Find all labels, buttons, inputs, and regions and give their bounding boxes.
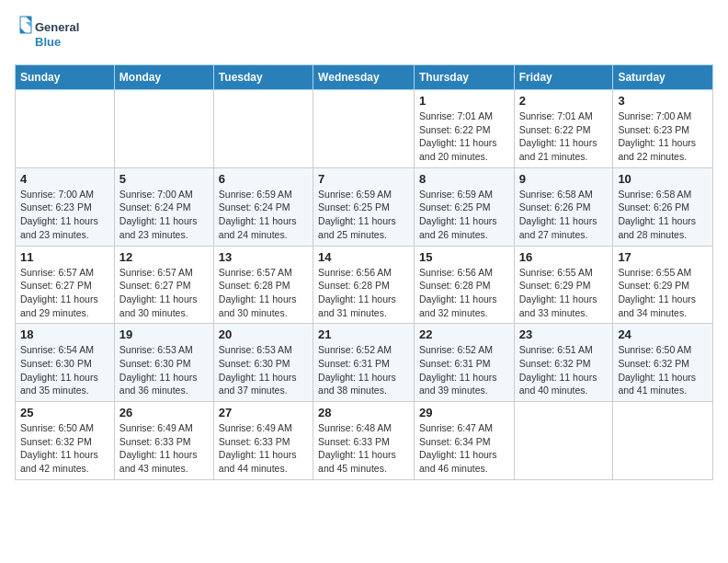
day-number: 25: [20, 406, 109, 419]
day-number: 1: [419, 94, 509, 108]
calendar-week-row: 18Sunrise: 6:54 AM Sunset: 6:30 PM Dayli…: [16, 324, 713, 402]
day-info: Sunrise: 7:01 AM Sunset: 6:22 PM Dayligh…: [519, 109, 609, 164]
calendar-cell: 22Sunrise: 6:52 AM Sunset: 6:31 PM Dayli…: [414, 324, 514, 402]
weekday-header-tuesday: Tuesday: [213, 65, 313, 90]
weekday-header-thursday: Thursday: [414, 65, 514, 90]
day-number: 22: [419, 327, 509, 341]
day-number: 27: [219, 406, 308, 419]
day-info: Sunrise: 6:57 AM Sunset: 6:28 PM Dayligh…: [219, 266, 308, 320]
calendar-table: SundayMondayTuesdayWednesdayThursdayFrid…: [15, 64, 713, 480]
day-number: 16: [519, 250, 609, 264]
calendar-cell: 10Sunrise: 6:58 AM Sunset: 6:26 PM Dayli…: [613, 167, 713, 246]
calendar-cell: [514, 402, 613, 480]
day-info: Sunrise: 6:56 AM Sunset: 6:28 PM Dayligh…: [318, 266, 409, 320]
day-info: Sunrise: 6:48 AM Sunset: 6:33 PM Dayligh…: [318, 421, 409, 476]
logo: General Blue: [15, 15, 88, 55]
page-header: General Blue: [15, 15, 713, 55]
day-number: 29: [419, 406, 509, 419]
day-info: Sunrise: 6:50 AM Sunset: 6:32 PM Dayligh…: [618, 343, 708, 397]
day-info: Sunrise: 6:59 AM Sunset: 6:25 PM Dayligh…: [419, 188, 509, 242]
calendar-cell: 19Sunrise: 6:53 AM Sunset: 6:30 PM Dayli…: [114, 324, 213, 402]
weekday-header-wednesday: Wednesday: [313, 65, 415, 90]
calendar-cell: 1Sunrise: 7:01 AM Sunset: 6:22 PM Daylig…: [414, 90, 514, 168]
day-info: Sunrise: 7:00 AM Sunset: 6:24 PM Dayligh…: [119, 188, 209, 242]
day-info: Sunrise: 6:52 AM Sunset: 6:31 PM Dayligh…: [318, 343, 409, 397]
day-number: 13: [219, 250, 308, 264]
day-info: Sunrise: 6:52 AM Sunset: 6:31 PM Dayligh…: [419, 343, 509, 397]
calendar-cell: 7Sunrise: 6:59 AM Sunset: 6:25 PM Daylig…: [313, 167, 415, 246]
day-info: Sunrise: 6:59 AM Sunset: 6:25 PM Dayligh…: [318, 188, 409, 242]
weekday-header-friday: Friday: [514, 65, 613, 90]
svg-text:General: General: [35, 20, 79, 34]
calendar-cell: 18Sunrise: 6:54 AM Sunset: 6:30 PM Dayli…: [16, 324, 115, 402]
weekday-header-saturday: Saturday: [613, 65, 713, 90]
weekday-header-monday: Monday: [114, 65, 213, 90]
day-info: Sunrise: 6:57 AM Sunset: 6:27 PM Dayligh…: [20, 266, 109, 320]
calendar-cell: 2Sunrise: 7:01 AM Sunset: 6:22 PM Daylig…: [514, 90, 613, 168]
day-number: 3: [618, 94, 708, 108]
day-number: 6: [219, 172, 308, 186]
day-info: Sunrise: 6:53 AM Sunset: 6:30 PM Dayligh…: [219, 343, 308, 397]
day-info: Sunrise: 6:56 AM Sunset: 6:28 PM Dayligh…: [419, 266, 509, 320]
calendar-week-row: 1Sunrise: 7:01 AM Sunset: 6:22 PM Daylig…: [16, 90, 713, 168]
day-number: 8: [419, 172, 509, 186]
day-number: 7: [318, 172, 409, 186]
calendar-cell: 12Sunrise: 6:57 AM Sunset: 6:27 PM Dayli…: [114, 246, 213, 324]
calendar-cell: 8Sunrise: 6:59 AM Sunset: 6:25 PM Daylig…: [414, 167, 514, 246]
weekday-header-sunday: Sunday: [16, 65, 115, 90]
day-number: 11: [20, 250, 109, 264]
day-info: Sunrise: 7:01 AM Sunset: 6:22 PM Dayligh…: [419, 109, 509, 164]
svg-marker-4: [26, 22, 31, 28]
calendar-cell: 13Sunrise: 6:57 AM Sunset: 6:28 PM Dayli…: [213, 246, 313, 324]
calendar-cell: 16Sunrise: 6:55 AM Sunset: 6:29 PM Dayli…: [514, 246, 613, 324]
day-number: 17: [618, 250, 708, 264]
day-number: 24: [618, 327, 708, 341]
day-info: Sunrise: 6:54 AM Sunset: 6:30 PM Dayligh…: [20, 343, 109, 397]
calendar-cell: 11Sunrise: 6:57 AM Sunset: 6:27 PM Dayli…: [16, 246, 115, 324]
calendar-cell: 21Sunrise: 6:52 AM Sunset: 6:31 PM Dayli…: [313, 324, 415, 402]
svg-text:Blue: Blue: [35, 35, 61, 49]
day-number: 21: [318, 327, 409, 341]
day-number: 26: [119, 406, 209, 419]
weekday-header-row: SundayMondayTuesdayWednesdayThursdayFrid…: [16, 65, 713, 90]
calendar-cell: 26Sunrise: 6:49 AM Sunset: 6:33 PM Dayli…: [114, 402, 213, 480]
day-number: 12: [119, 250, 209, 264]
calendar-cell: 6Sunrise: 6:59 AM Sunset: 6:24 PM Daylig…: [213, 167, 313, 246]
day-info: Sunrise: 6:58 AM Sunset: 6:26 PM Dayligh…: [618, 188, 708, 242]
calendar-week-row: 25Sunrise: 6:50 AM Sunset: 6:32 PM Dayli…: [16, 402, 713, 480]
calendar-cell: 23Sunrise: 6:51 AM Sunset: 6:32 PM Dayli…: [514, 324, 613, 402]
calendar-cell: [213, 90, 313, 168]
calendar-cell: 20Sunrise: 6:53 AM Sunset: 6:30 PM Dayli…: [213, 324, 313, 402]
calendar-week-row: 11Sunrise: 6:57 AM Sunset: 6:27 PM Dayli…: [16, 246, 713, 324]
day-number: 4: [20, 172, 109, 186]
logo-svg: General Blue: [15, 15, 88, 55]
day-number: 19: [119, 327, 209, 341]
day-info: Sunrise: 6:50 AM Sunset: 6:32 PM Dayligh…: [20, 421, 109, 476]
calendar-cell: 4Sunrise: 7:00 AM Sunset: 6:23 PM Daylig…: [16, 167, 115, 246]
calendar-cell: 17Sunrise: 6:55 AM Sunset: 6:29 PM Dayli…: [613, 246, 713, 324]
calendar-cell: 28Sunrise: 6:48 AM Sunset: 6:33 PM Dayli…: [313, 402, 415, 480]
calendar-cell: 25Sunrise: 6:50 AM Sunset: 6:32 PM Dayli…: [16, 402, 115, 480]
day-number: 18: [20, 327, 109, 341]
calendar-cell: [114, 90, 213, 168]
day-info: Sunrise: 6:57 AM Sunset: 6:27 PM Dayligh…: [119, 266, 209, 320]
day-info: Sunrise: 6:53 AM Sunset: 6:30 PM Dayligh…: [119, 343, 209, 397]
calendar-cell: [16, 90, 115, 168]
day-number: 15: [419, 250, 509, 264]
day-info: Sunrise: 6:55 AM Sunset: 6:29 PM Dayligh…: [519, 266, 609, 320]
calendar-cell: 5Sunrise: 7:00 AM Sunset: 6:24 PM Daylig…: [114, 167, 213, 246]
calendar-cell: 27Sunrise: 6:49 AM Sunset: 6:33 PM Dayli…: [213, 402, 313, 480]
day-info: Sunrise: 6:47 AM Sunset: 6:34 PM Dayligh…: [419, 421, 509, 476]
day-info: Sunrise: 6:49 AM Sunset: 6:33 PM Dayligh…: [219, 421, 308, 476]
day-number: 2: [519, 94, 609, 108]
day-number: 14: [318, 250, 409, 264]
day-number: 28: [318, 406, 409, 419]
day-number: 9: [519, 172, 609, 186]
day-info: Sunrise: 6:55 AM Sunset: 6:29 PM Dayligh…: [618, 266, 708, 320]
calendar-cell: 24Sunrise: 6:50 AM Sunset: 6:32 PM Dayli…: [613, 324, 713, 402]
day-info: Sunrise: 6:49 AM Sunset: 6:33 PM Dayligh…: [119, 421, 209, 476]
calendar-cell: 9Sunrise: 6:58 AM Sunset: 6:26 PM Daylig…: [514, 167, 613, 246]
day-info: Sunrise: 6:58 AM Sunset: 6:26 PM Dayligh…: [519, 188, 609, 242]
day-info: Sunrise: 7:00 AM Sunset: 6:23 PM Dayligh…: [618, 109, 708, 164]
day-info: Sunrise: 6:59 AM Sunset: 6:24 PM Dayligh…: [219, 188, 308, 242]
